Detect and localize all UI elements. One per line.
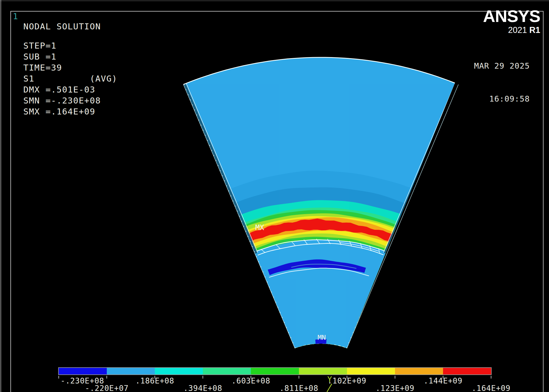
legend-tick: [58, 376, 59, 379]
ansys-revision: R1: [529, 25, 540, 35]
legend-value-label: .603E+08: [231, 376, 270, 385]
result-info-line: DMX =.501E-03: [23, 84, 117, 95]
result-info-block: STEP=1SUB =1TIME=39S1 (AVG)DMX =.501E-03…: [23, 40, 117, 117]
legend-segment-5: [251, 368, 299, 374]
ansys-logo: ANSYS 2021 R1: [483, 8, 540, 34]
legend-value-label: .144E+09: [424, 376, 462, 385]
legend-tick: [203, 376, 203, 379]
legend-segment-8: [395, 368, 443, 374]
ansys-version: 2021 R1: [483, 26, 540, 34]
ansys-graphics-window: 1 NODAL SOLUTION STEP=1SUB =1TIME=39S1 (…: [0, 0, 549, 392]
legend-tick: [395, 376, 395, 379]
legend-tick: [107, 376, 107, 379]
ansys-release: 2021: [508, 25, 527, 35]
ansys-logo-text: ANSYS: [483, 8, 540, 25]
datetime-block: MAR 29 2025 16:09:58: [474, 38, 530, 126]
result-info-line: TIME=39: [23, 62, 117, 73]
view-number: 1: [13, 12, 18, 21]
legend-segment-9: [443, 368, 491, 374]
date-text: MAR 29 2025: [474, 60, 530, 71]
legend-value-label: .123E+09: [376, 384, 414, 392]
result-title: NODAL SOLUTION: [23, 21, 101, 31]
legend-value-label: .186E+08: [135, 376, 174, 385]
result-info-line: STEP=1: [23, 40, 117, 51]
legend-tick: [491, 376, 491, 379]
result-info-line: SMN =-.230E+08: [23, 95, 117, 106]
legend-segment-1: [59, 368, 107, 374]
legend-segment-3: [155, 368, 203, 374]
legend-segment-6: [299, 368, 347, 374]
legend-value-label: .811E+08: [279, 384, 318, 392]
legend-segment-2: [107, 368, 155, 374]
window-left-edge: [1, 0, 1, 392]
legend-value-label: .164E+09: [472, 384, 510, 392]
result-info-line: S1 (AVG): [23, 73, 117, 84]
legend-tick: [299, 376, 299, 379]
result-info-line: SMX =.164E+09: [23, 106, 117, 117]
legend-value-label: .102E+09: [327, 376, 366, 385]
legend-value-label: -.220E+07: [85, 384, 129, 392]
legend-value-label: .394E+08: [183, 384, 222, 392]
window-top-strip: [0, 0, 549, 1]
contour-legend-bar: [58, 367, 492, 375]
time-text: 16:09:58: [474, 93, 530, 104]
result-info-line: SUB =1: [23, 51, 117, 62]
legend-segment-7: [347, 368, 395, 374]
legend-segment-4: [203, 368, 251, 374]
